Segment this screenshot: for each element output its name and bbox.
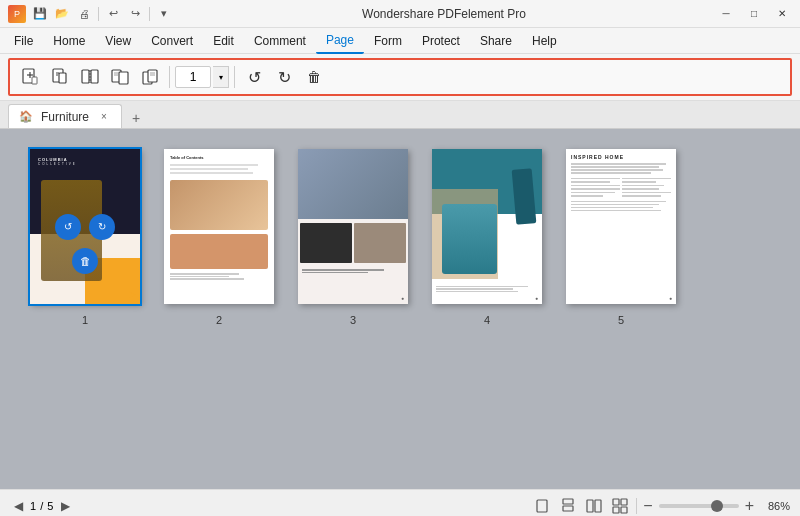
menu-comment[interactable]: Comment	[244, 28, 316, 54]
next-page-button[interactable]: ▶	[57, 498, 73, 514]
tab-bar: 🏠 Furniture × +	[0, 101, 800, 129]
quick-access-icon[interactable]: ▾	[156, 6, 172, 22]
prev-page-button[interactable]: ◀	[10, 498, 26, 514]
svg-rect-9	[91, 70, 98, 83]
home-icon: 🏠	[19, 110, 33, 123]
menu-file[interactable]: File	[4, 28, 43, 54]
svg-rect-20	[563, 499, 573, 504]
svg-rect-8	[82, 70, 89, 83]
svg-rect-21	[563, 506, 573, 511]
close-button[interactable]: ✕	[772, 4, 792, 24]
insert-page-button[interactable]	[16, 63, 44, 91]
page-1-number: 1	[82, 314, 88, 326]
app-title: Wondershare PDFelement Pro	[172, 7, 716, 21]
split-page-button[interactable]	[76, 63, 104, 91]
single-page-view-button[interactable]	[532, 496, 552, 516]
page-thumb-5[interactable]: INSPIRED HOME	[566, 149, 676, 326]
zoom-thumb[interactable]	[711, 500, 723, 512]
zoom-level: 86%	[760, 500, 790, 512]
page-5-number: 5	[618, 314, 624, 326]
rotate-right-button[interactable]: ↻	[270, 63, 298, 91]
page-number-input[interactable]: 1	[175, 66, 211, 88]
undo-icon[interactable]: ↩	[105, 6, 121, 22]
status-left: ◀ 1 / 5 ▶	[10, 498, 73, 514]
page-toolbar: 1 ▾ ↺ ↻ 🗑	[8, 58, 792, 96]
page-navigation: ◀ 1 / 5 ▶	[10, 498, 73, 514]
new-tab-button[interactable]: +	[126, 108, 146, 128]
svg-rect-27	[621, 507, 627, 513]
minimize-button[interactable]: ─	[716, 4, 736, 24]
page-2-thumbnail[interactable]: Table of Contents	[164, 149, 274, 304]
menu-view[interactable]: View	[95, 28, 141, 54]
divider	[149, 7, 150, 21]
toolbar-sep-2	[234, 66, 235, 88]
total-pages: 5	[47, 500, 53, 512]
main-content: COLUMBIA COLLECTIVE ↺ ↻ 🗑 ▶ 1 Table of C…	[0, 129, 800, 489]
svg-rect-22	[587, 500, 593, 512]
page-dropdown[interactable]: ▾	[213, 66, 229, 88]
menu-page[interactable]: Page	[316, 28, 364, 54]
svg-rect-25	[621, 499, 627, 505]
menu-help[interactable]: Help	[522, 28, 567, 54]
svg-rect-16	[148, 70, 157, 82]
page-3-number: 3	[350, 314, 356, 326]
zoom-slider[interactable]	[659, 504, 739, 508]
open-icon[interactable]: 📂	[54, 6, 70, 22]
page-thumb-4[interactable]: ● 4	[432, 149, 542, 326]
page-2-number: 2	[216, 314, 222, 326]
two-page-view-button[interactable]	[584, 496, 604, 516]
status-right: − + 86%	[532, 496, 790, 516]
save-icon[interactable]: 💾	[32, 6, 48, 22]
svg-rect-5	[59, 73, 66, 83]
page-separator: /	[40, 500, 43, 512]
menu-protect[interactable]: Protect	[412, 28, 470, 54]
title-bar: P 💾 📂 🖨 ↩ ↪ ▾ Wondershare PDFelement Pro…	[0, 0, 800, 28]
status-divider	[636, 498, 637, 514]
app-icon: P	[8, 5, 26, 23]
svg-rect-26	[613, 507, 619, 513]
delete-page-button[interactable]: 🗑	[300, 63, 328, 91]
replace-page-button[interactable]	[106, 63, 134, 91]
print-icon[interactable]: 🖨	[76, 6, 92, 22]
page-4-thumbnail[interactable]: ●	[432, 149, 542, 304]
page-4-number: 4	[484, 314, 490, 326]
tab-close-button[interactable]: ×	[97, 110, 111, 124]
menu-home[interactable]: Home	[43, 28, 95, 54]
page-5-thumbnail[interactable]: INSPIRED HOME	[566, 149, 676, 304]
menu-convert[interactable]: Convert	[141, 28, 203, 54]
svg-rect-3	[32, 77, 37, 84]
rotate-left-button[interactable]: ↺	[240, 63, 268, 91]
zoom-in-button[interactable]: +	[745, 498, 754, 514]
redo-icon[interactable]: ↪	[127, 6, 143, 22]
zoom-out-button[interactable]: −	[643, 498, 652, 514]
svg-rect-24	[613, 499, 619, 505]
page-1-thumbnail[interactable]: COLUMBIA COLLECTIVE ↺ ↻ 🗑 ▶	[30, 149, 140, 304]
page-thumb-1[interactable]: COLUMBIA COLLECTIVE ↺ ↻ 🗑 ▶ 1	[30, 149, 140, 326]
furniture-tab[interactable]: 🏠 Furniture ×	[8, 104, 122, 128]
window-controls: ─ □ ✕	[716, 4, 792, 24]
tab-label: Furniture	[41, 110, 89, 124]
title-bar-left: P 💾 📂 🖨 ↩ ↪ ▾	[8, 5, 172, 23]
current-page: 1	[30, 500, 36, 512]
menu-form[interactable]: Form	[364, 28, 412, 54]
duplicate-page-button[interactable]	[136, 63, 164, 91]
continuous-view-button[interactable]	[558, 496, 578, 516]
page-thumb-3[interactable]: ● 3	[298, 149, 408, 326]
extract-page-button[interactable]	[46, 63, 74, 91]
svg-rect-12	[119, 72, 128, 84]
divider	[98, 7, 99, 21]
menu-bar: File Home View Convert Edit Comment Page…	[0, 28, 800, 54]
svg-rect-19	[537, 500, 547, 512]
menu-edit[interactable]: Edit	[203, 28, 244, 54]
page-3-thumbnail[interactable]: ●	[298, 149, 408, 304]
menu-share[interactable]: Share	[470, 28, 522, 54]
page-thumb-2[interactable]: Table of Contents 2	[164, 149, 274, 326]
maximize-button[interactable]: □	[744, 4, 764, 24]
thumbnail-view-button[interactable]	[610, 496, 630, 516]
toolbar-sep-1	[169, 66, 170, 88]
svg-rect-23	[595, 500, 601, 512]
status-bar: ◀ 1 / 5 ▶ − + 86%	[0, 489, 800, 516]
